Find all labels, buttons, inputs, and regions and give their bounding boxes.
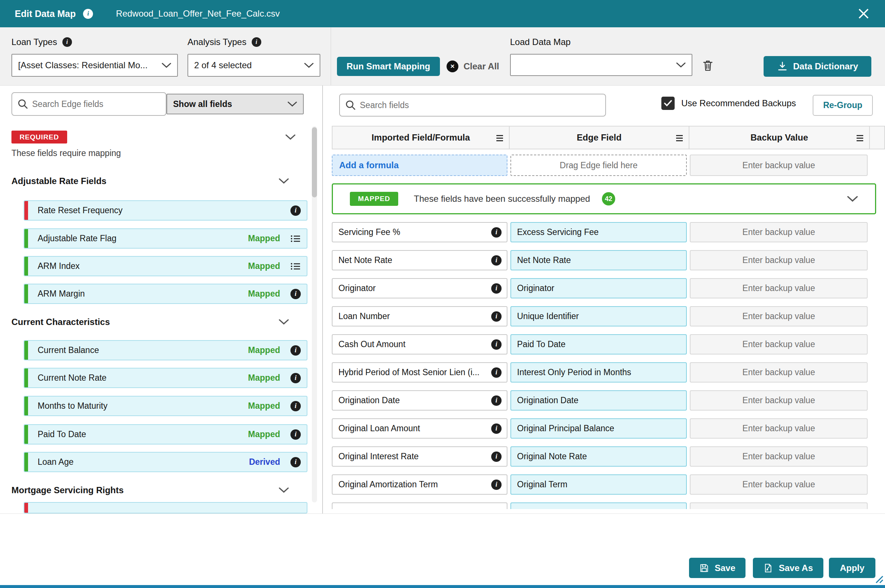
backup-value-input[interactable]: [690, 362, 868, 382]
backup-value-input[interactable]: [690, 278, 868, 298]
field-row[interactable]: ARM Margin Mapped: [24, 284, 307, 304]
backup-value-input[interactable]: [690, 250, 868, 270]
info-icon[interactable]: [491, 339, 502, 350]
save-button[interactable]: Save: [689, 558, 745, 578]
apply-button[interactable]: Apply: [829, 558, 875, 578]
data-dictionary-button[interactable]: Data Dictionary: [763, 56, 871, 77]
mapping-list-icon[interactable]: [290, 234, 301, 243]
close-icon[interactable]: [857, 7, 870, 20]
imported-field-cell[interactable]: Loan Number: [332, 306, 508, 327]
mapping-list-icon[interactable]: [290, 262, 301, 271]
scrollbar-thumb[interactable]: [312, 127, 317, 197]
chevron-down-icon[interactable]: [285, 134, 296, 140]
column-menu-icon[interactable]: [496, 138, 503, 139]
edge-field-cell[interactable]: Interest Only Period in Months: [511, 362, 687, 382]
imported-field-cell[interactable]: Hybrid Period of Most Senior Lien (i...: [332, 362, 508, 382]
column-menu-icon[interactable]: [676, 138, 683, 139]
imported-field-cell[interactable]: Servicing Fee %: [332, 222, 508, 242]
backup-value-input[interactable]: [690, 474, 868, 495]
drag-edge-field-target[interactable]: Drag Edge field here: [511, 154, 687, 176]
save-as-button[interactable]: Save As: [753, 558, 823, 578]
field-row[interactable]: Loan Age Derived: [24, 452, 307, 472]
add-formula-button[interactable]: Add a formula: [332, 154, 508, 176]
imported-field-cell[interactable]: Net Note Rate: [332, 250, 508, 270]
info-icon[interactable]: [491, 452, 502, 462]
imported-field-label: Original Loan Amount: [338, 423, 491, 434]
clear-all-button[interactable]: Clear All: [446, 60, 499, 72]
chevron-down-icon[interactable]: [847, 196, 858, 202]
field-row[interactable]: Paid To Date Mapped: [24, 424, 307, 444]
edge-field-cell[interactable]: Original Term: [511, 474, 687, 495]
field-row[interactable]: Current Note Rate Mapped: [24, 368, 307, 388]
fields-filter-select[interactable]: Show all fields: [167, 94, 304, 114]
edge-field-cell[interactable]: Excess Servicing Fee: [511, 222, 687, 242]
column-menu-icon[interactable]: [856, 138, 863, 139]
run-smart-mapping-button[interactable]: Run Smart Mapping: [337, 57, 440, 76]
field-row[interactable]: Current Balance Mapped: [24, 340, 307, 360]
imported-field-cell[interactable]: Origination Date: [332, 390, 508, 411]
backup-value-input[interactable]: [690, 390, 868, 411]
info-icon[interactable]: [491, 423, 502, 434]
imported-field-cell[interactable]: [332, 502, 508, 509]
imported-field-label: Original Interest Rate: [338, 452, 491, 462]
edge-field-cell[interactable]: Origination Date: [511, 390, 687, 411]
info-icon[interactable]: [290, 457, 301, 467]
regroup-button[interactable]: Re-Group: [813, 95, 873, 116]
info-icon[interactable]: [491, 480, 502, 490]
chevron-down-icon[interactable]: [279, 178, 289, 184]
info-icon[interactable]: [62, 37, 72, 47]
fields-search-input[interactable]: [360, 100, 600, 110]
info-icon[interactable]: [491, 227, 502, 237]
backup-value-cell: [690, 390, 868, 411]
trash-icon[interactable]: [701, 59, 715, 72]
backup-value-input[interactable]: [690, 418, 868, 439]
info-icon[interactable]: [491, 255, 502, 266]
info-icon[interactable]: [83, 9, 93, 19]
edge-fields-search-input[interactable]: [32, 99, 161, 109]
use-recommended-backups-checkbox[interactable]: Use Recommended Backups: [661, 97, 796, 110]
field-row[interactable]: Rate Reset Frequency: [24, 200, 307, 220]
status-bar: [24, 425, 28, 444]
resize-handle[interactable]: [872, 572, 883, 584]
imported-field-cell[interactable]: Original Interest Rate: [332, 446, 508, 466]
imported-field-cell[interactable]: Cash Out Amount: [332, 334, 508, 354]
imported-field-cell[interactable]: Original Loan Amount: [332, 418, 508, 439]
info-icon[interactable]: [491, 311, 502, 322]
edge-field-cell[interactable]: Unique Identifier: [511, 306, 687, 327]
backup-value-input[interactable]: [690, 502, 868, 509]
imported-field-cell[interactable]: Original Amortization Term: [332, 474, 508, 495]
chevron-down-icon[interactable]: [279, 319, 289, 325]
info-icon[interactable]: [491, 368, 502, 378]
edge-field-cell[interactable]: Net Note Rate: [511, 250, 687, 270]
info-icon[interactable]: [290, 289, 301, 299]
field-row-partial[interactable]: [24, 502, 307, 513]
field-row[interactable]: Months to Maturity Mapped: [24, 396, 307, 416]
load-data-map-select[interactable]: [510, 54, 692, 76]
backup-value-input[interactable]: [690, 306, 868, 327]
info-icon[interactable]: [290, 206, 301, 216]
imported-field-cell[interactable]: Originator: [332, 278, 508, 298]
backup-value-input[interactable]: [690, 334, 868, 354]
analysis-types-select[interactable]: 2 of 4 selected: [188, 54, 320, 77]
edge-fields-panel: Show all fields REQUIRED These fields re…: [0, 86, 323, 513]
chevron-down-icon[interactable]: [279, 487, 289, 493]
info-icon[interactable]: [491, 396, 502, 406]
field-row[interactable]: ARM Index Mapped: [24, 256, 307, 276]
backup-value-input[interactable]: [690, 154, 868, 176]
info-icon[interactable]: [290, 345, 301, 356]
loan-types-select[interactable]: [Asset Classes: Residential Mo...: [11, 54, 178, 77]
edge-field-cell[interactable]: Original Note Rate: [511, 446, 687, 466]
info-icon[interactable]: [252, 37, 261, 47]
backup-value-input[interactable]: [690, 446, 868, 466]
info-icon[interactable]: [290, 429, 301, 440]
edge-field-cell[interactable]: Originator: [511, 278, 687, 298]
edge-field-cell[interactable]: Original Principal Balance: [511, 418, 687, 439]
field-row[interactable]: Adjustable Rate Flag Mapped: [24, 228, 307, 249]
field-status: Derived: [249, 457, 280, 467]
info-icon[interactable]: [290, 401, 301, 411]
edge-field-cell[interactable]: [511, 502, 687, 509]
edge-field-cell[interactable]: Paid To Date: [511, 334, 687, 354]
info-icon[interactable]: [290, 373, 301, 383]
info-icon[interactable]: [491, 283, 502, 294]
backup-value-input[interactable]: [690, 222, 868, 242]
